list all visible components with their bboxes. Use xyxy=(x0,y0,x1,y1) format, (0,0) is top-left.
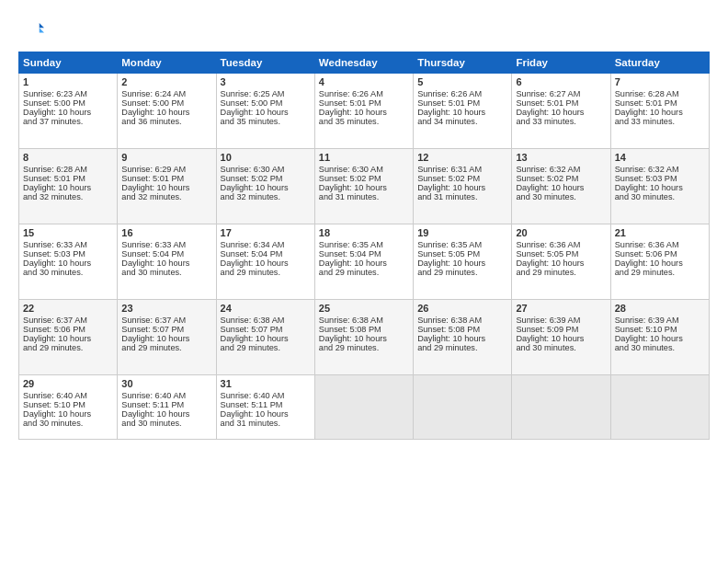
day-info-line: Sunrise: 6:36 AM xyxy=(516,240,606,249)
day-info-line: and 33 minutes. xyxy=(615,117,705,126)
day-info-line: Daylight: 10 hours xyxy=(23,259,113,268)
calendar-cell: 20Sunrise: 6:36 AMSunset: 5:05 PMDayligh… xyxy=(512,224,610,300)
calendar-cell: 7Sunrise: 6:28 AMSunset: 5:01 PMDaylight… xyxy=(610,74,709,149)
day-info-line: Sunrise: 6:32 AM xyxy=(516,165,606,174)
day-info-line: Daylight: 10 hours xyxy=(121,183,211,192)
day-info-line: Daylight: 10 hours xyxy=(23,108,113,117)
week-row-2: 8Sunrise: 6:28 AMSunset: 5:01 PMDaylight… xyxy=(19,149,710,224)
day-number: 23 xyxy=(121,303,211,314)
day-info-line: Daylight: 10 hours xyxy=(221,108,311,117)
calendar-cell xyxy=(512,375,610,440)
day-info-line: Sunrise: 6:31 AM xyxy=(417,165,507,174)
weekday-tuesday: Tuesday xyxy=(216,52,314,74)
day-number: 9 xyxy=(121,152,211,163)
day-info-line: Sunrise: 6:40 AM xyxy=(23,391,113,400)
day-info-line: Daylight: 10 hours xyxy=(319,259,409,268)
day-info-line: Daylight: 10 hours xyxy=(23,409,113,419)
weekday-thursday: Thursday xyxy=(414,52,512,74)
day-number: 6 xyxy=(516,76,606,87)
weekday-wednesday: Wednesday xyxy=(314,52,413,74)
weekday-friday: Friday xyxy=(512,52,610,74)
day-info-line: Daylight: 10 hours xyxy=(23,334,113,343)
day-info-line: and 32 minutes. xyxy=(121,192,211,201)
calendar-cell: 14Sunrise: 6:32 AMSunset: 5:03 PMDayligh… xyxy=(610,149,709,224)
week-row-4: 22Sunrise: 6:37 AMSunset: 5:06 PMDayligh… xyxy=(19,300,710,375)
calendar-cell: 24Sunrise: 6:38 AMSunset: 5:07 PMDayligh… xyxy=(216,300,314,375)
day-info-line: Sunset: 5:07 PM xyxy=(121,325,211,334)
page: SundayMondayTuesdayWednesdayThursdayFrid… xyxy=(0,0,728,563)
day-number: 31 xyxy=(221,378,311,389)
day-info-line: Daylight: 10 hours xyxy=(615,108,705,117)
day-number: 19 xyxy=(417,227,507,238)
day-info-line: Sunset: 5:05 PM xyxy=(417,249,507,259)
day-number: 15 xyxy=(23,227,113,238)
day-info-line: and 29 minutes. xyxy=(23,343,113,352)
day-info-line: Daylight: 10 hours xyxy=(615,334,705,343)
day-info-line: and 30 minutes. xyxy=(615,192,705,201)
week-row-5: 29Sunrise: 6:40 AMSunset: 5:10 PMDayligh… xyxy=(19,375,710,440)
day-info-line: Sunrise: 6:34 AM xyxy=(221,240,311,249)
day-info-line: Sunrise: 6:38 AM xyxy=(417,316,507,325)
day-info-line: Sunset: 5:03 PM xyxy=(615,174,705,183)
day-info-line: and 36 minutes. xyxy=(121,117,211,126)
day-info-line: and 30 minutes. xyxy=(615,343,705,352)
day-info-line: Daylight: 10 hours xyxy=(319,334,409,343)
day-number: 7 xyxy=(615,76,705,87)
day-number: 5 xyxy=(417,76,507,87)
day-number: 20 xyxy=(516,227,606,238)
day-info-line: Sunrise: 6:37 AM xyxy=(23,316,113,325)
calendar-cell: 22Sunrise: 6:37 AMSunset: 5:06 PMDayligh… xyxy=(19,300,118,375)
day-info-line: Sunset: 5:03 PM xyxy=(23,249,113,259)
day-info-line: and 33 minutes. xyxy=(516,117,606,126)
day-info-line: Daylight: 10 hours xyxy=(417,183,507,192)
day-info-line: Daylight: 10 hours xyxy=(516,108,606,117)
calendar-cell: 4Sunrise: 6:26 AMSunset: 5:01 PMDaylight… xyxy=(314,74,413,149)
day-info-line: and 30 minutes. xyxy=(121,268,211,277)
day-number: 25 xyxy=(319,303,409,314)
svg-marker-1 xyxy=(40,23,44,28)
day-info-line: Sunset: 5:01 PM xyxy=(319,98,409,108)
day-number: 26 xyxy=(417,303,507,314)
calendar-cell: 2Sunrise: 6:24 AMSunset: 5:00 PMDaylight… xyxy=(118,74,216,149)
day-info-line: and 29 minutes. xyxy=(417,268,507,277)
day-info-line: Sunset: 5:11 PM xyxy=(221,400,311,409)
day-info-line: and 29 minutes. xyxy=(121,343,211,352)
day-info-line: and 37 minutes. xyxy=(23,117,113,126)
calendar-cell: 3Sunrise: 6:25 AMSunset: 5:00 PMDaylight… xyxy=(216,74,314,149)
calendar-cell: 1Sunrise: 6:23 AMSunset: 5:00 PMDaylight… xyxy=(19,74,118,149)
day-info-line: Daylight: 10 hours xyxy=(615,259,705,268)
day-info-line: Sunrise: 6:29 AM xyxy=(121,165,211,174)
calendar-cell: 31Sunrise: 6:40 AMSunset: 5:11 PMDayligh… xyxy=(216,375,314,440)
day-number: 22 xyxy=(23,303,113,314)
day-info-line: and 29 minutes. xyxy=(221,343,311,352)
calendar-cell: 11Sunrise: 6:30 AMSunset: 5:02 PMDayligh… xyxy=(314,149,413,224)
day-info-line: Sunrise: 6:40 AM xyxy=(221,391,311,400)
weekday-header-row: SundayMondayTuesdayWednesdayThursdayFrid… xyxy=(19,52,710,74)
day-info-line: and 29 minutes. xyxy=(615,268,705,277)
day-info-line: Daylight: 10 hours xyxy=(516,259,606,268)
day-info-line: Daylight: 10 hours xyxy=(121,108,211,117)
day-info-line: Sunset: 5:06 PM xyxy=(23,325,113,334)
logo-icon xyxy=(18,17,44,42)
day-info-line: Sunset: 5:05 PM xyxy=(516,249,606,259)
day-info-line: Sunset: 5:00 PM xyxy=(221,98,311,108)
calendar-body: 1Sunrise: 6:23 AMSunset: 5:00 PMDaylight… xyxy=(19,74,710,440)
calendar-cell: 18Sunrise: 6:35 AMSunset: 5:04 PMDayligh… xyxy=(314,224,413,300)
day-info-line: Sunset: 5:04 PM xyxy=(221,249,311,259)
week-row-3: 15Sunrise: 6:33 AMSunset: 5:03 PMDayligh… xyxy=(19,224,710,300)
day-info-line: Daylight: 10 hours xyxy=(221,334,311,343)
day-info-line: Sunrise: 6:38 AM xyxy=(319,316,409,325)
day-info-line: Daylight: 10 hours xyxy=(221,409,311,419)
day-number: 10 xyxy=(221,152,311,163)
day-number: 28 xyxy=(615,303,705,314)
day-info-line: Sunset: 5:09 PM xyxy=(516,325,606,334)
day-info-line: Sunset: 5:10 PM xyxy=(615,325,705,334)
day-info-line: Daylight: 10 hours xyxy=(23,183,113,192)
day-info-line: and 31 minutes. xyxy=(221,419,311,428)
day-info-line: Sunrise: 6:25 AM xyxy=(221,89,311,98)
day-info-line: Sunrise: 6:35 AM xyxy=(319,240,409,249)
day-info-line: Sunrise: 6:39 AM xyxy=(516,316,606,325)
day-number: 3 xyxy=(221,76,311,87)
day-info-line: Sunset: 5:01 PM xyxy=(516,98,606,108)
weekday-saturday: Saturday xyxy=(610,52,709,74)
